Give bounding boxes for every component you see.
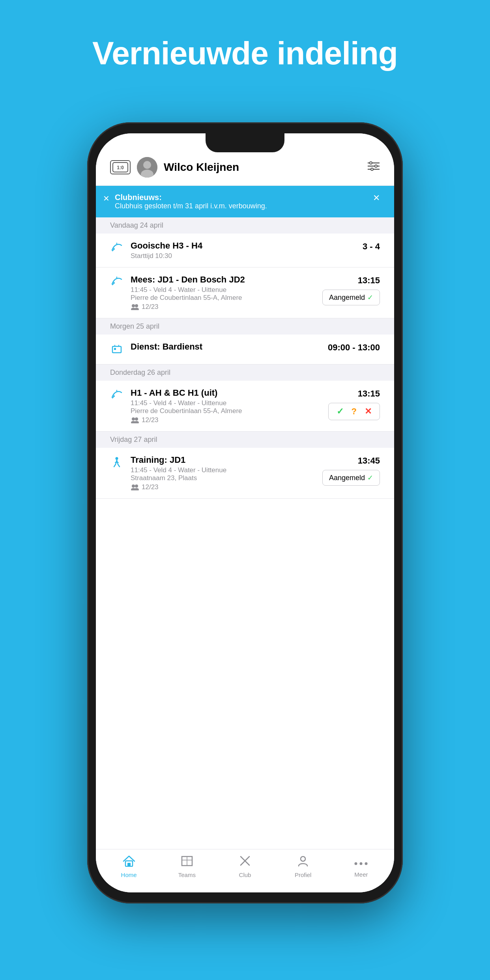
event-right-training: 13:45 Aangemeld ✓ (322, 455, 380, 486)
event-address-training: Straatnaam 23, Plaats (131, 474, 315, 482)
news-close-icon[interactable]: ✕ (373, 193, 380, 203)
event-address-mees: Pierre de Coubertinlaan 55-A, Almere (131, 294, 315, 302)
svg-point-16 (134, 308, 139, 310)
news-body: Clubhuis gesloten t/m 31 april i.v.m. ve… (115, 202, 369, 210)
event-title: Gooische H3 - H4 (131, 241, 355, 251)
club-icon (239, 855, 251, 870)
profiel-label: Profiel (295, 872, 312, 878)
match-icon (110, 242, 123, 256)
news-banner: ✕ Clubnieuws: Clubhuis gesloten t/m 31 a… (96, 186, 394, 217)
event-body-bardienst: Dienst: Bardienst (131, 342, 321, 352)
news-text: Clubnieuws: Clubhuis gesloten t/m 31 apr… (115, 193, 369, 210)
event-body-mees: Mees: JD1 - Den Bosch JD2 11:45 - Veld 4… (131, 275, 315, 311)
svg-point-8 (370, 162, 372, 164)
nav-profiel[interactable]: Profiel (274, 855, 332, 878)
svg-rect-17 (112, 346, 121, 353)
profile-icon (297, 855, 309, 870)
svg-point-9 (375, 165, 377, 167)
svg-point-26 (135, 484, 138, 488)
svg-point-21 (135, 417, 138, 421)
svg-rect-18 (114, 348, 116, 350)
event-h1: H1 - AH & BC H1 (uit) 11:45 - Veld 4 - W… (96, 381, 394, 432)
rsvp-maybe-button[interactable]: ? (352, 406, 357, 417)
phone-frame: 1:0 Wilco Kleijnen (87, 122, 403, 903)
club-label: Club (239, 872, 251, 878)
event-right-h1: 13:15 ✓ ? ✕ (328, 388, 380, 420)
event-subtitle-training: 11:45 - Veld 4 - Water - Uittenue (131, 466, 315, 474)
aangemeld-badge[interactable]: Aangemeld ✓ (322, 290, 380, 305)
event-title-h1: H1 - AH & BC H1 (uit) (131, 388, 321, 398)
news-title: Clubnieuws: (115, 193, 369, 202)
rsvp-no-button[interactable]: ✕ (365, 406, 372, 417)
teams-label: Teams (178, 872, 196, 878)
svg-point-14 (135, 304, 138, 307)
svg-point-25 (132, 484, 135, 488)
home-icon (122, 855, 136, 870)
match-icon-2 (110, 276, 123, 290)
event-training-jd1: Training: JD1 11:45 - Veld 4 - Water - U… (96, 448, 394, 499)
event-score: 3 - 4 (363, 241, 380, 252)
event-right-mees: 13:15 Aangemeld ✓ (322, 275, 380, 305)
svg-point-33 (301, 857, 305, 861)
event-capacity-mees: 12/23 (131, 303, 315, 311)
nav-meer[interactable]: Meer (332, 855, 390, 878)
svg-point-24 (116, 457, 118, 460)
notch (206, 133, 284, 152)
date-header-donderdag: Donderdag 26 april (96, 365, 394, 381)
svg-point-28 (134, 488, 139, 490)
date-header-vandaag: Vandaag 24 april (96, 217, 394, 234)
event-time-h1: 13:15 (358, 389, 380, 399)
event-gooische: Gooische H3 - H4 Starttijd 10:30 3 - 4 (96, 234, 394, 267)
meer-label: Meer (354, 871, 368, 878)
event-body-h1: H1 - AH & BC H1 (uit) 11:45 - Veld 4 - W… (131, 388, 321, 424)
date-header-morgen: Morgen 25 april (96, 318, 394, 335)
svg-point-3 (143, 161, 151, 169)
svg-point-20 (132, 417, 135, 421)
page-title: Vernieuwde indeling (0, 0, 490, 71)
event-mees-jd1: Mees: JD1 - Den Bosch JD2 11:45 - Veld 4… (96, 267, 394, 318)
svg-point-19 (113, 395, 115, 397)
event-body-gooische: Gooische H3 - H4 Starttijd 10:30 (131, 241, 355, 260)
event-subtitle-mees: 11:45 - Veld 4 - Water - Uittenue (131, 286, 315, 294)
event-capacity-h1: 12/23 (131, 416, 321, 424)
nav-club[interactable]: Club (216, 855, 274, 878)
rsvp-yes-button[interactable]: ✓ (337, 406, 344, 417)
event-subtitle: Starttijd 10:30 (131, 252, 355, 260)
svg-point-36 (365, 862, 368, 865)
scoreboard-icon: 1:0 (110, 160, 131, 174)
training-icon (110, 456, 123, 471)
event-bardienst: Dienst: Bardienst 09:00 - 13:00 (96, 335, 394, 365)
event-capacity-training: 12/23 (131, 483, 315, 491)
svg-point-10 (371, 168, 373, 170)
nav-home[interactable]: Home (100, 855, 158, 878)
meer-icon (354, 855, 368, 870)
svg-point-23 (134, 421, 139, 423)
svg-text:1:0: 1:0 (117, 165, 124, 170)
filter-icon[interactable] (367, 161, 380, 174)
check-icon: ✓ (367, 293, 373, 302)
event-title-mees: Mees: JD1 - Den Bosch JD2 (131, 275, 315, 285)
event-title-bardienst: Dienst: Bardienst (131, 342, 321, 352)
svg-point-13 (132, 304, 135, 307)
avatar (137, 157, 157, 178)
event-time-bardienst: 09:00 - 13:00 (328, 342, 380, 353)
app-content: 1:0 Wilco Kleijnen (96, 133, 394, 892)
bottom-nav: Home Teams (96, 849, 394, 892)
news-dismiss-icon[interactable]: ✕ (103, 194, 110, 203)
scroll-spacer (96, 499, 394, 522)
svg-point-35 (360, 862, 363, 865)
home-label: Home (121, 872, 137, 878)
check-icon-training: ✓ (367, 473, 373, 482)
event-body-training: Training: JD1 11:45 - Veld 4 - Water - U… (131, 455, 315, 491)
user-name: Wilco Kleijnen (164, 161, 361, 174)
event-title-training: Training: JD1 (131, 455, 315, 465)
svg-point-34 (355, 862, 357, 865)
event-subtitle-h1: 11:45 - Veld 4 - Water - Uittenue (131, 399, 321, 407)
event-address-h1: Pierre de Coubertinlaan 55-A, Almere (131, 407, 321, 415)
nav-teams[interactable]: Teams (158, 855, 216, 878)
duty-icon (110, 343, 123, 357)
aangemeld-badge-training[interactable]: Aangemeld ✓ (322, 470, 380, 486)
match-icon-3 (110, 389, 123, 403)
scroll-area: Vandaag 24 april Gooische H3 - H4 Star (96, 217, 394, 849)
event-time-training: 13:45 (358, 456, 380, 466)
